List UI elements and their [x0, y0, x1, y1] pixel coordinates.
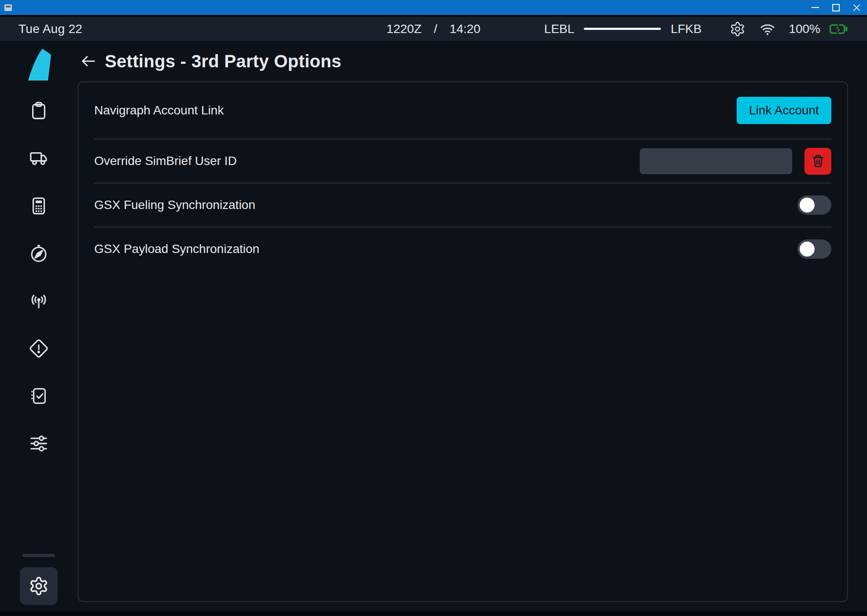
back-button[interactable] [79, 52, 97, 70]
gear-icon[interactable] [730, 21, 745, 37]
sliders-icon [29, 433, 49, 454]
checklist-icon [29, 386, 49, 406]
sidebar [0, 41, 77, 611]
setting-label: Override SimBrief User ID [94, 154, 237, 168]
toggle-knob [800, 242, 815, 257]
page-header: Settings - 3rd Party Options [77, 41, 867, 81]
setting-row-navigraph: Navigraph Account Link Link Account [94, 82, 831, 139]
app-icon [4, 4, 12, 11]
setting-label: Navigraph Account Link [94, 103, 224, 117]
setting-label: GSX Fueling Synchronization [94, 198, 255, 212]
setting-row-simbrief: Override SimBrief User ID [94, 139, 831, 183]
wifi-icon [760, 21, 775, 37]
clipboard-icon [29, 101, 49, 121]
status-time-separator: / [434, 22, 437, 36]
compass-icon [29, 243, 49, 264]
sidebar-item-performance[interactable] [28, 195, 49, 216]
settings-panel: Navigraph Account Link Link Account Over… [77, 81, 848, 602]
close-icon [853, 4, 860, 11]
battery-percent: 100% [789, 22, 820, 36]
window-bottom-edge [0, 612, 867, 616]
minimize-icon [812, 7, 819, 8]
maximize-icon [832, 4, 840, 11]
sidebar-item-options[interactable] [28, 433, 49, 454]
sidebar-item-ground-services[interactable] [28, 148, 49, 169]
sidebar-item-failures[interactable] [28, 338, 49, 359]
flight-origin: LEBL [544, 22, 575, 36]
status-bar: Tue Aug 22 1220Z / 14:20 LEBL LFKB 100% [0, 17, 867, 41]
trash-icon [811, 154, 826, 169]
toggle-knob [800, 198, 815, 213]
status-clock: 1220Z / 14:20 [387, 17, 480, 41]
back-arrow-icon [80, 53, 96, 70]
truck-icon [29, 148, 49, 169]
sidebar-nav [28, 100, 49, 454]
sidebar-item-radio[interactable] [28, 290, 49, 312]
settings-gear-icon [29, 576, 49, 596]
link-account-button[interactable]: Link Account [737, 97, 831, 124]
alert-diamond-icon [29, 338, 49, 359]
flight-progress-bar [584, 28, 661, 30]
gsx-fueling-toggle[interactable] [797, 195, 831, 215]
page-title: Settings - 3rd Party Options [105, 51, 341, 71]
minimize-button[interactable] [805, 0, 826, 15]
window-titlebar [0, 0, 867, 15]
setting-row-gsx-fueling: GSX Fueling Synchronization [94, 183, 831, 227]
simbrief-id-input[interactable] [640, 148, 792, 174]
airline-tail-logo [25, 48, 53, 81]
close-button[interactable] [846, 0, 867, 15]
sidebar-item-settings-active[interactable] [20, 567, 58, 605]
status-right-cluster: LEBL LFKB 100% [544, 21, 849, 37]
delete-simbrief-id-button[interactable] [804, 148, 831, 175]
sidebar-item-navigation[interactable] [28, 243, 49, 264]
maximize-button[interactable] [826, 0, 846, 15]
gsx-payload-toggle[interactable] [797, 239, 831, 259]
status-time-local: 14:20 [450, 22, 480, 36]
sidebar-item-flightplan[interactable] [28, 100, 49, 121]
broadcast-icon [29, 291, 49, 311]
window-controls [805, 0, 867, 15]
battery-charging-icon [829, 22, 849, 36]
sidebar-item-checklists[interactable] [28, 385, 49, 407]
flight-destination: LFKB [671, 22, 701, 36]
status-date: Tue Aug 22 [18, 22, 82, 36]
sidebar-divider [22, 554, 55, 557]
calculator-icon [29, 196, 49, 216]
setting-row-gsx-payload: GSX Payload Synchronization [94, 227, 831, 271]
setting-label: GSX Payload Synchronization [94, 242, 259, 256]
status-time-utc: 1220Z [387, 22, 421, 36]
